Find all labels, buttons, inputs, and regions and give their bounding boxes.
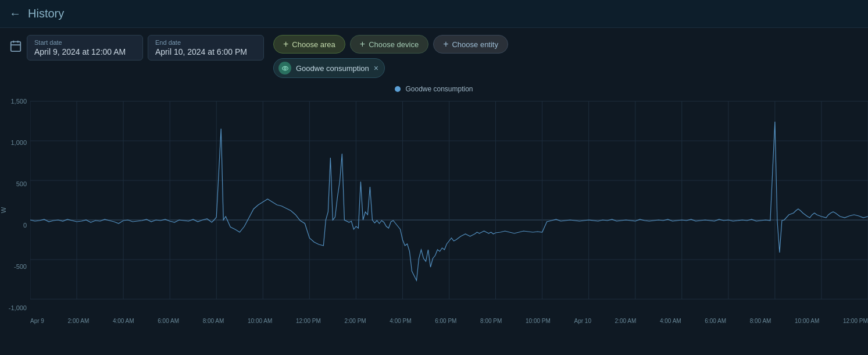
- calendar-icon[interactable]: [9, 40, 22, 55]
- choose-entity-button[interactable]: + Choose entity: [433, 35, 508, 54]
- chart-wrapper: 1,500 1,000 500 0 -500 -1,000 W: [0, 95, 868, 324]
- chart-legend: Goodwe consumption: [0, 85, 868, 93]
- start-date-label: Start date: [34, 39, 135, 46]
- x-label-6am-apr10: 6:00 AM: [705, 318, 726, 324]
- plus-icon-area: +: [283, 39, 288, 49]
- choose-area-button[interactable]: + Choose area: [273, 35, 345, 54]
- controls-bar: Start date April 9, 2024 at 12:00 AM End…: [0, 28, 868, 85]
- legend-label: Goodwe consumption: [405, 85, 473, 93]
- chart-plot-area: Apr 9 2:00 AM 4:00 AM 6:00 AM 8:00 AM 10…: [30, 95, 868, 324]
- y-label-1000: 1,000: [10, 139, 27, 146]
- x-label-2pm: 2:00 PM: [344, 318, 366, 324]
- filter-buttons: + Choose area + Choose device + Choose e…: [273, 35, 508, 78]
- plus-icon-entity: +: [443, 39, 448, 49]
- y-label-neg500: -500: [14, 263, 27, 270]
- x-label-2am-apr10: 2:00 AM: [615, 318, 637, 324]
- filter-row-1: + Choose area + Choose device + Choose e…: [273, 35, 508, 54]
- y-label-1500: 1,500: [10, 98, 27, 105]
- x-label-4am-apr10: 4:00 AM: [660, 318, 681, 324]
- choose-area-label: Choose area: [292, 40, 335, 49]
- chart-svg: [30, 95, 868, 317]
- x-label-10pm: 10:00 PM: [526, 318, 551, 324]
- start-date-value: April 9, 2024 at 12:00 AM: [34, 47, 135, 56]
- x-label-12pm-apr10: 12:00 PM: [843, 318, 868, 324]
- active-filter-label: Goodwe consumption: [296, 64, 369, 73]
- eye-icon: [278, 62, 291, 74]
- back-button[interactable]: ←: [9, 7, 21, 20]
- remove-filter-button[interactable]: ×: [374, 63, 378, 73]
- x-label-apr9: Apr 9: [30, 318, 44, 324]
- x-label-6pm: 6:00 PM: [435, 318, 456, 324]
- x-axis: Apr 9 2:00 AM 4:00 AM 6:00 AM 8:00 AM 10…: [30, 317, 868, 324]
- legend-dot: [395, 86, 401, 92]
- chart-section: Goodwe consumption 1,500 1,000 500 0 -50…: [0, 85, 868, 324]
- app-header: ← History: [0, 0, 868, 28]
- page-title: History: [28, 7, 64, 20]
- choose-device-button[interactable]: + Choose device: [350, 35, 428, 54]
- y-label-0: 0: [23, 222, 27, 229]
- x-label-10am: 10:00 AM: [248, 318, 272, 324]
- x-label-6am: 6:00 AM: [158, 318, 179, 324]
- active-filter-goodwe[interactable]: Goodwe consumption ×: [273, 58, 385, 78]
- y-label-500: 500: [16, 180, 27, 187]
- x-label-4am: 4:00 AM: [113, 318, 134, 324]
- x-label-apr10: Apr 10: [574, 318, 591, 324]
- choose-device-label: Choose device: [369, 40, 419, 49]
- svg-rect-0: [11, 42, 21, 52]
- y-label-neg1000: -1,000: [9, 304, 27, 311]
- svg-point-5: [284, 67, 285, 69]
- x-label-4pm: 4:00 PM: [390, 318, 411, 324]
- end-date-value: April 10, 2024 at 6:00 PM: [155, 47, 256, 56]
- x-label-8pm: 8:00 PM: [480, 318, 502, 324]
- y-unit: W: [0, 207, 7, 212]
- date-controls: Start date April 9, 2024 at 12:00 AM End…: [27, 35, 264, 61]
- x-label-8am: 8:00 AM: [203, 318, 224, 324]
- end-date-picker[interactable]: End date April 10, 2024 at 6:00 PM: [148, 35, 264, 61]
- end-date-label: End date: [155, 39, 256, 46]
- x-label-10am-apr10: 10:00 AM: [795, 318, 819, 324]
- choose-entity-label: Choose entity: [452, 40, 498, 49]
- x-label-8am-apr10: 8:00 AM: [750, 318, 771, 324]
- start-date-picker[interactable]: Start date April 9, 2024 at 12:00 AM: [27, 35, 143, 61]
- plus-icon-device: +: [360, 39, 365, 49]
- x-label-12pm: 12:00 PM: [296, 318, 321, 324]
- filter-row-2: Goodwe consumption ×: [273, 58, 508, 78]
- x-label-2am: 2:00 AM: [68, 318, 90, 324]
